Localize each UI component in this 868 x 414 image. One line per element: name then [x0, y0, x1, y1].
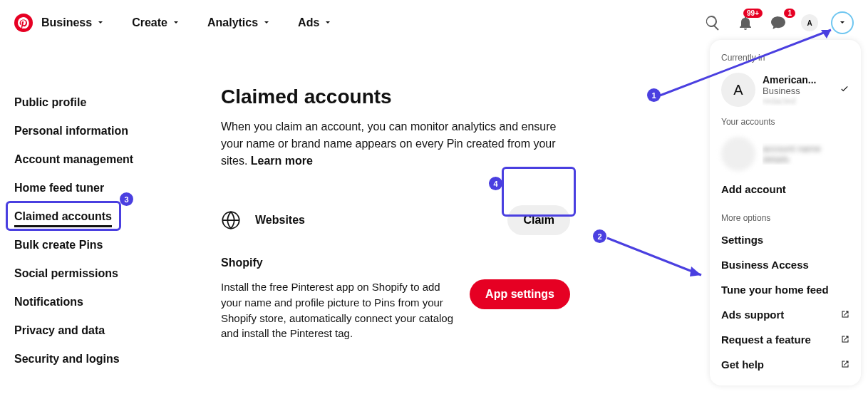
sidebar-item-bulk-pins[interactable]: Bulk create Pins: [14, 231, 200, 259]
msg-badge: 1: [784, 9, 795, 18]
page-description: When you claim an account, you can monit…: [221, 118, 563, 170]
pinterest-logo[interactable]: [14, 14, 33, 32]
header: Business Create Analytics Ads 99+ 1 A: [0, 0, 868, 46]
panel-more-options: More options: [710, 209, 861, 227]
external-link-icon: [841, 309, 849, 321]
websites-label: Websites: [255, 214, 507, 227]
chevron-down-icon: [172, 16, 180, 29]
avatar: [721, 137, 755, 171]
app-settings-button[interactable]: App settings: [470, 279, 570, 309]
panel-settings[interactable]: Settings: [710, 227, 861, 252]
claim-button[interactable]: Claim: [507, 205, 570, 235]
chevron-down-icon: [96, 16, 105, 29]
shopify-desc: Install the free Pinterest app on Shopif…: [221, 279, 463, 341]
panel-current-account[interactable]: A American... Business redacted: [710, 67, 861, 113]
sidebar-item-notifications[interactable]: Notifications: [14, 288, 200, 316]
panel-tune-feed[interactable]: Tune your home feed: [710, 277, 861, 302]
account-meta: redacted: [763, 96, 839, 106]
panel-add-account[interactable]: Add account: [710, 177, 861, 202]
panel-business-access[interactable]: Business Access: [710, 252, 861, 277]
external-link-icon: [841, 333, 849, 346]
panel-ads-support[interactable]: Ads support: [710, 302, 861, 327]
nav-business[interactable]: Business: [41, 16, 105, 29]
globe-icon: [221, 210, 241, 230]
sidebar-item-home-feed[interactable]: Home feed tuner: [14, 174, 200, 202]
panel-currently-in: Currently in: [710, 48, 861, 67]
sidebar-item-privacy[interactable]: Privacy and data: [14, 316, 200, 345]
search-icon[interactable]: [703, 13, 723, 33]
check-icon: [839, 83, 849, 96]
chevron-down-icon: [324, 16, 332, 29]
learn-more-link[interactable]: Learn more: [251, 155, 313, 167]
blurred-account: account name: [763, 143, 849, 154]
notif-badge: 99+: [743, 9, 763, 18]
account-name: American...: [763, 74, 839, 86]
shopify-title: Shopify: [221, 257, 663, 269]
nav-create[interactable]: Create: [132, 16, 180, 29]
sidebar-item-public-profile[interactable]: Public profile: [14, 88, 200, 117]
chevron-down-icon: [262, 16, 271, 29]
content: Claimed accounts When you claim an accou…: [221, 46, 663, 373]
websites-row: Websites Claim: [221, 205, 570, 235]
sidebar-item-security[interactable]: Security and logins: [14, 345, 200, 373]
nav-ads[interactable]: Ads: [298, 16, 332, 29]
avatar-small[interactable]: A: [801, 14, 818, 31]
account-dropdown-toggle[interactable]: [831, 11, 854, 34]
panel-other-account[interactable]: account namedetails: [710, 131, 861, 177]
sidebar: Public profile Personal information Acco…: [14, 46, 200, 373]
panel-request-feature[interactable]: Request a feature: [710, 327, 861, 352]
bell-icon[interactable]: 99+: [735, 13, 755, 33]
chat-icon[interactable]: 1: [768, 13, 788, 33]
chevron-down-icon: [838, 16, 847, 29]
sidebar-item-claimed-accounts[interactable]: Claimed accounts: [14, 202, 200, 231]
sidebar-item-personal-info[interactable]: Personal information: [14, 117, 200, 145]
sidebar-item-social[interactable]: Social permissions: [14, 259, 200, 288]
account-panel: Currently in A American... Business reda…: [710, 40, 861, 385]
page-title: Claimed accounts: [221, 86, 663, 108]
panel-get-help[interactable]: Get help: [710, 352, 861, 377]
sidebar-item-account-mgmt[interactable]: Account management: [14, 145, 200, 174]
panel-your-accounts: Your accounts: [710, 113, 861, 131]
account-type: Business: [763, 86, 839, 96]
nav-analytics[interactable]: Analytics: [207, 16, 271, 29]
avatar: A: [721, 73, 755, 107]
external-link-icon: [841, 358, 849, 371]
